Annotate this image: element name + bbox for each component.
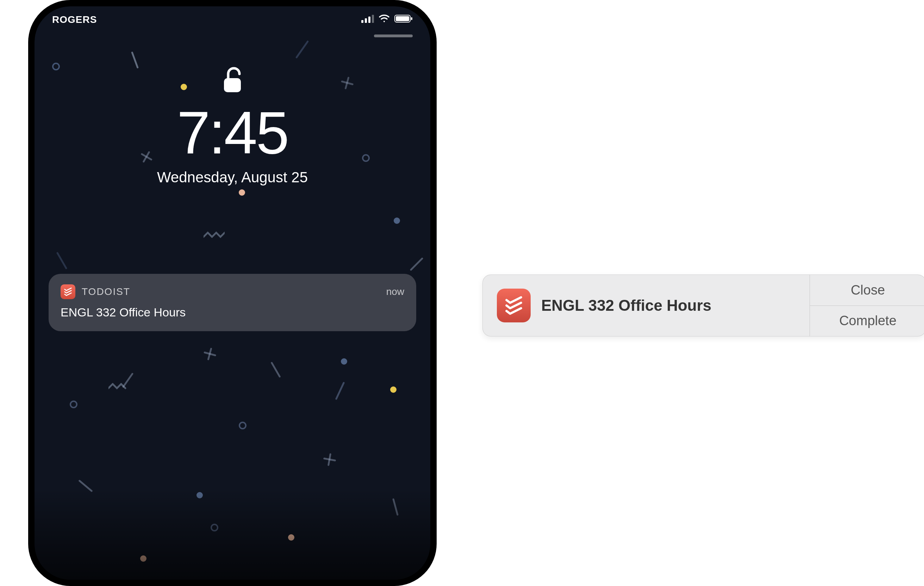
- swipe-down-hint[interactable]: [374, 35, 413, 37]
- status-bar: ROGERS: [35, 14, 430, 25]
- todoist-app-icon: [497, 289, 531, 323]
- lock-screen-time: 7:45: [177, 103, 288, 163]
- status-bar-right: [361, 14, 413, 25]
- complete-button[interactable]: Complete: [810, 306, 924, 336]
- svg-rect-1: [365, 18, 367, 23]
- unlocked-icon: [222, 66, 243, 96]
- svg-rect-6: [411, 17, 412, 20]
- svg-rect-2: [368, 16, 370, 23]
- ios-notification-card[interactable]: TODOIST now ENGL 332 Office Hours: [49, 274, 416, 331]
- wifi-icon: [378, 14, 390, 25]
- mac-notification-title: ENGL 332 Office Hours: [541, 297, 711, 314]
- svg-rect-3: [372, 15, 374, 23]
- mac-notification-card: ENGL 332 Office Hours Close Complete: [482, 275, 924, 336]
- todoist-app-icon: [61, 285, 75, 299]
- close-button[interactable]: Close: [810, 275, 924, 306]
- notification-app-name: TODOIST: [82, 286, 130, 297]
- mac-notification-content[interactable]: ENGL 332 Office Hours: [483, 275, 810, 336]
- svg-rect-7: [224, 78, 241, 92]
- svg-rect-0: [361, 20, 363, 23]
- phone-frame: ROGERS: [28, 0, 437, 586]
- notification-title: ENGL 332 Office Hours: [61, 306, 404, 319]
- phone-screen: ROGERS: [35, 7, 430, 579]
- lock-screen-date: Wednesday, August 25: [157, 169, 308, 186]
- notification-timestamp: now: [386, 286, 404, 297]
- svg-rect-5: [396, 16, 409, 21]
- battery-icon: [394, 14, 413, 25]
- ios-notification-header: TODOIST now: [61, 285, 404, 299]
- mac-notification-actions: Close Complete: [810, 275, 924, 336]
- cellular-signal-icon: [361, 14, 374, 25]
- lock-screen-center: 7:45 Wednesday, August 25: [35, 66, 430, 186]
- carrier-label: ROGERS: [52, 14, 97, 25]
